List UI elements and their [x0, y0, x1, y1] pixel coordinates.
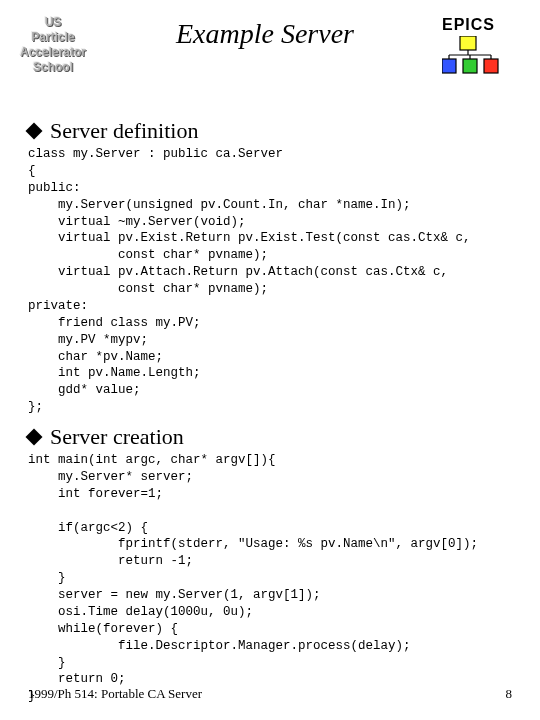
slide-title: Example Server	[88, 10, 442, 50]
section-heading: Server definition	[28, 118, 516, 144]
slide-header: US Particle Accelerator School Example S…	[0, 0, 540, 110]
svg-rect-0	[460, 36, 476, 50]
logo-line: Particle	[18, 30, 88, 45]
epics-label: EPICS	[442, 16, 522, 34]
diamond-bullet-icon	[26, 123, 43, 140]
code-block: class my.Server : public ca.Server { pub…	[28, 146, 516, 416]
section-title: Server creation	[50, 424, 184, 450]
logo-line: US	[18, 15, 88, 30]
footer-left: 1999/Ph 514: Portable CA Server	[28, 686, 202, 702]
logo-line: School	[18, 60, 88, 75]
logo-line: Accelerator	[18, 45, 88, 60]
page-number: 8	[506, 686, 513, 702]
svg-rect-7	[463, 59, 477, 73]
svg-rect-6	[442, 59, 456, 73]
section-heading: Server creation	[28, 424, 516, 450]
svg-rect-8	[484, 59, 498, 73]
epics-boxes-icon	[442, 36, 500, 74]
slide-footer: 1999/Ph 514: Portable CA Server 8	[28, 686, 512, 702]
code-block: int main(int argc, char* argv[]){ my.Ser…	[28, 452, 516, 705]
section-title: Server definition	[50, 118, 198, 144]
diamond-bullet-icon	[26, 429, 43, 446]
epics-logo: EPICS	[442, 10, 522, 78]
slide-body: Server definition class my.Server : publ…	[0, 118, 540, 705]
uspas-logo: US Particle Accelerator School	[18, 10, 88, 75]
